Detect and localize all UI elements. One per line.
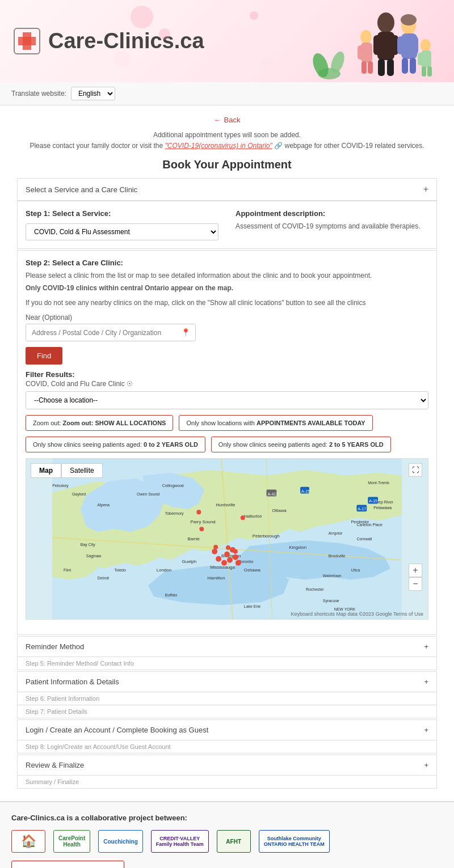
svg-text:Petawawa: Petawawa: [373, 506, 392, 510]
svg-text:Utica: Utica: [351, 568, 360, 572]
appointments-today-button[interactable]: Only show locations with APPOINTMENTS AV…: [179, 415, 372, 431]
map-zoom-out-button[interactable]: −: [409, 577, 422, 591]
step2-info1: Please select a clinic from the list or …: [26, 270, 428, 281]
patient-info-header[interactable]: Patient Information & Details +: [17, 671, 437, 692]
site-logo[interactable]: Care-Clinics.ca: [11, 26, 204, 57]
back-link[interactable]: ← Back: [17, 116, 437, 124]
svg-text:Barrie: Barrie: [187, 536, 200, 541]
login-plus-icon: +: [424, 726, 428, 734]
appts-btn-label: APPOINTMENTS AVAILABLE TODAY: [257, 420, 365, 426]
svg-text:Saginaw: Saginaw: [86, 554, 102, 558]
login-title: Login / Create an Account / Complete Boo…: [26, 726, 208, 734]
svg-text:Tobermory: Tobermory: [165, 512, 184, 516]
svg-text:Watertown: Watertown: [323, 574, 342, 578]
svg-text:Mont-Tremb: Mont-Tremb: [368, 481, 389, 485]
reminder-accordion-header[interactable]: Reminder Method +: [17, 636, 437, 657]
address-input[interactable]: [26, 325, 176, 341]
map-fullscreen-button[interactable]: ⛶: [409, 463, 422, 477]
logo-icon: [11, 26, 43, 57]
svg-text:A-17: A-17: [358, 507, 366, 511]
service-dropdown[interactable]: COVID, Cold & Flu Assessment: [26, 223, 218, 240]
appt-desc-label: Appointment description:: [236, 209, 428, 218]
location-icon-button[interactable]: 📍: [176, 324, 195, 341]
logos-row-1: 🏠 CarePointHealth Couchiching CREDIT·VAL…: [11, 830, 443, 868]
step1-section: Step 1: Select a Service: COVID, Cold & …: [17, 201, 437, 249]
age-2-5-label: 2 to 5 YEARS OLD: [329, 441, 384, 448]
family-health-logo: 🏠: [11, 830, 45, 853]
reminder-accordion: Reminder Method + Step 5: Reminder Metho…: [17, 636, 437, 670]
enhanced-care-logo: Enhanced Care ClinicHealthy · Quickly · …: [11, 861, 124, 868]
translate-select[interactable]: English: [71, 87, 115, 100]
find-button[interactable]: Find: [26, 347, 62, 365]
filter-label: Filter Results:: [26, 370, 428, 379]
near-label: Near (Optional): [26, 314, 428, 321]
location-dropdown[interactable]: --Choose a location--: [26, 391, 428, 409]
svg-point-82: [212, 549, 217, 554]
age-0-2-label: 0 to 2 YEARS OLD: [144, 441, 198, 448]
svg-rect-8: [373, 35, 381, 55]
review-header[interactable]: Review & Finalize +: [17, 755, 437, 776]
service-accordion-header[interactable]: Select a Service and a Care Clinic +: [17, 178, 437, 201]
review-accordion: Review & Finalize + Summary / Finalize: [17, 755, 437, 789]
svg-rect-10: [378, 59, 385, 76]
filter-buttons-row: Zoom out: Zoom out: SHOW ALL LOCATIONS O…: [26, 415, 428, 431]
info-icon: 🔗: [274, 142, 284, 150]
zoom-btn-label: Zoom out: SHOW ALL LOCATIONS: [63, 420, 166, 426]
svg-text:Peterborough: Peterborough: [253, 533, 280, 539]
svg-text:Flint: Flint: [64, 568, 71, 572]
svg-text:Haliburton: Haliburton: [244, 515, 262, 519]
age-filter-0-2-button[interactable]: Only show clinics seeing patients aged: …: [26, 437, 205, 452]
login-accordion: Login / Create an Account / Complete Boo…: [17, 719, 437, 753]
map-tab-satellite[interactable]: Satellite: [61, 463, 103, 478]
svg-point-76: [224, 552, 230, 557]
svg-point-25: [421, 39, 431, 52]
map-container[interactable]: Ottawa Brampton Toronto Mississauga Hami…: [26, 458, 428, 620]
svg-text:Ottawa: Ottawa: [272, 509, 287, 514]
review-title: Review & Finalize: [26, 761, 84, 769]
svg-point-77: [233, 554, 238, 560]
translate-bar: Translate website: English: [0, 82, 454, 105]
svg-text:Alpena: Alpena: [98, 503, 110, 508]
patient-info-subtitle: Step 6: Patient Information: [17, 692, 437, 705]
location-pin-icon: 📍: [181, 328, 191, 337]
svg-text:Toledo: Toledo: [114, 568, 126, 572]
header-illustration: [312, 0, 437, 82]
svg-text:Gaylord: Gaylord: [72, 492, 86, 497]
svg-text:Buffalo: Buffalo: [165, 594, 178, 598]
map-background: Ottawa Brampton Toronto Mississauga Hami…: [26, 459, 428, 619]
svg-point-87: [196, 510, 201, 515]
svg-point-84: [233, 549, 238, 554]
step1-right: Appointment description: Assessment of C…: [236, 209, 428, 240]
svg-rect-16: [411, 36, 418, 54]
map-attribution: Keyboard shortcuts Map data ©2023 Google…: [291, 611, 423, 617]
svg-rect-23: [361, 61, 367, 74]
svg-text:Syracuse: Syracuse: [323, 599, 339, 604]
service-accordion-label: Select a Service and a Care Clinic: [26, 185, 137, 194]
svg-point-79: [221, 560, 227, 566]
map-tab-bar: Map Satellite: [31, 463, 103, 478]
svg-text:Hamilton: Hamilton: [207, 576, 225, 581]
svg-rect-18: [410, 58, 416, 74]
svg-rect-27: [418, 53, 423, 65]
step2-label: Step 2: Select a Care Clinic:: [26, 259, 428, 267]
family-svg: [312, 6, 437, 82]
svg-rect-30: [427, 66, 432, 77]
svg-rect-2: [18, 37, 36, 45]
patient-info-plus-icon: +: [424, 678, 428, 686]
deco-circle-4: [250, 11, 258, 20]
svg-text:Owen Sound: Owen Sound: [137, 492, 159, 496]
svg-text:A-15: A-15: [301, 489, 310, 493]
covid-link[interactable]: "COVID-19(coronavirus) in Ontario": [165, 142, 272, 150]
login-header[interactable]: Login / Create an Account / Complete Boo…: [17, 719, 437, 740]
svg-text:Cornwall: Cornwall: [356, 537, 372, 541]
map-tab-map[interactable]: Map: [31, 463, 61, 478]
age-filter-2-5-button[interactable]: Only show clinics seeing patients aged: …: [211, 437, 391, 452]
svg-text:A-417: A-417: [267, 492, 278, 496]
zoom-all-locations-button[interactable]: Zoom out: Zoom out: SHOW ALL LOCATIONS: [26, 415, 173, 431]
map-zoom-in-button[interactable]: +: [409, 564, 422, 577]
reminder-subtitle: Step 5: Reminder Method/ Contact Info: [17, 657, 437, 670]
info-block: Additional appointment types will soon b…: [17, 130, 437, 151]
step1-row: Step 1: Select a Service: COVID, Cold & …: [26, 209, 428, 240]
svg-text:Guelph: Guelph: [182, 559, 197, 564]
step2-info2: Only COVID-19 clinics within central Ont…: [26, 283, 428, 293]
